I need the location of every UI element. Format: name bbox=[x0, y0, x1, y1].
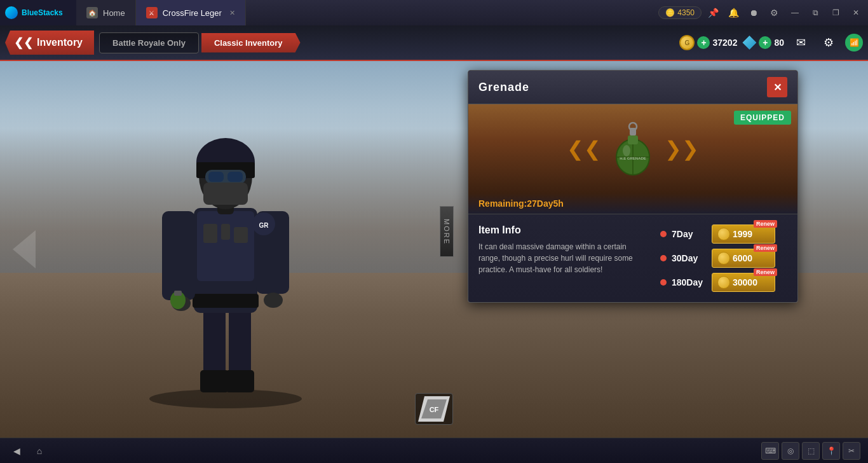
item-info-title: Item Info bbox=[478, 225, 650, 236]
purchase-options: 7Day Renew 1999 30Day Renew 6000 bbox=[660, 225, 787, 292]
taskbar-cut-icon[interactable]: ✂ bbox=[843, 442, 860, 460]
minimize-button[interactable]: — bbox=[785, 3, 804, 22]
item-info-description: It can deal massive damage within a cert… bbox=[478, 241, 650, 275]
item-next-arrow[interactable]: ❯❯ bbox=[665, 137, 699, 161]
battle-royale-tab[interactable]: Battle Royale Only bbox=[99, 32, 199, 53]
duration-label-30day: 30Day bbox=[672, 253, 707, 263]
renew-badge-30day: Renew bbox=[754, 244, 777, 252]
remaining-time: Remaining:27Day5h bbox=[468, 193, 797, 214]
taskbar-camera-icon[interactable]: ◎ bbox=[782, 442, 799, 460]
taskbar-back-button[interactable]: ◀ bbox=[8, 442, 25, 460]
svg-rect-20 bbox=[227, 172, 243, 182]
crossfire-tab-icon: ⚔ bbox=[146, 7, 158, 18]
svg-point-34 bbox=[623, 145, 630, 156]
more-button[interactable]: MORE bbox=[440, 206, 454, 257]
title-bar: BlueStacks 🏠 Home ⚔ CrossFire Leger ✕ 🪙 … bbox=[0, 0, 868, 25]
bluestacks-label: BlueStacks bbox=[22, 8, 63, 17]
gold-coin-icon: G bbox=[679, 35, 695, 50]
item-prev-arrow[interactable]: ❮❮ bbox=[567, 137, 601, 161]
price-coin-icon-180day bbox=[717, 276, 730, 289]
item-detail-panel: Grenade ✕ EQUIPPED ❮❮ bbox=[468, 70, 798, 303]
coin-icon: 🪙 bbox=[665, 8, 675, 17]
purchase-row-7day: 7Day Renew 1999 bbox=[660, 225, 787, 244]
add-gold-button[interactable]: + bbox=[697, 36, 710, 49]
gold-amount: 37202 bbox=[712, 38, 737, 48]
svg-rect-21 bbox=[203, 183, 248, 205]
character-display: GR bbox=[0, 61, 451, 438]
maximize-button[interactable]: ❐ bbox=[826, 3, 845, 22]
top-navigation: ❮❮ Inventory Battle Royale Only Classic … bbox=[0, 25, 868, 61]
svg-rect-6 bbox=[197, 211, 254, 281]
purchase-row-180day: 180Day Renew 30000 bbox=[660, 273, 787, 292]
restore-button[interactable]: ⧉ bbox=[806, 3, 825, 22]
price-coin-icon-7day bbox=[717, 228, 730, 240]
purchase-button-180day[interactable]: Renew 30000 bbox=[712, 273, 775, 292]
svg-rect-3 bbox=[200, 370, 229, 392]
renew-badge-180day: Renew bbox=[754, 268, 777, 276]
panel-title: Grenade bbox=[478, 81, 529, 94]
gold-resource: G + 37202 bbox=[679, 35, 737, 50]
cf-logo-icon: CF bbox=[418, 396, 450, 422]
taskbar-home-button[interactable]: ⌂ bbox=[31, 442, 48, 460]
close-button[interactable]: ✕ bbox=[846, 3, 865, 22]
inventory-label: Inventory bbox=[37, 37, 83, 48]
item-info-section: Item Info It can deal massive damage wit… bbox=[478, 225, 650, 292]
crossfire-logo-button[interactable]: CF bbox=[415, 393, 453, 425]
renew-badge-7day: Renew bbox=[754, 220, 777, 228]
tab-close-icon[interactable]: ✕ bbox=[229, 9, 235, 17]
purchase-button-7day[interactable]: Renew 1999 bbox=[712, 225, 775, 244]
br-tab-label: Battle Royale Only bbox=[112, 38, 186, 48]
game-area: ❮❮ Inventory Battle Royale Only Classic … bbox=[0, 25, 868, 438]
svg-text:GR: GR bbox=[259, 222, 269, 229]
diamond-icon bbox=[742, 36, 756, 50]
price-value-180day: 30000 bbox=[733, 277, 757, 287]
home-tab-label: Home bbox=[103, 8, 125, 18]
coin-balance: 4350 bbox=[677, 8, 695, 17]
tab-home[interactable]: 🏠 Home bbox=[76, 0, 136, 25]
prev-character-button[interactable] bbox=[13, 230, 36, 268]
classic-inventory-tab[interactable]: Classic Inventory bbox=[201, 33, 301, 53]
window-controls: — ⧉ ❐ ✕ bbox=[785, 3, 865, 22]
resource-display: G + 37202 + 80 ✉ ⚙ 📶 bbox=[679, 31, 863, 54]
taskbar: ◀ ⌂ ⌨ ◎ ⬚ 📍 ✂ bbox=[0, 438, 868, 463]
grenade-icon: H.E GRENADE bbox=[607, 120, 658, 177]
titlebar-bell-icon[interactable]: 🔔 bbox=[724, 4, 742, 22]
bluestacks-icon bbox=[5, 6, 18, 19]
price-value-30day: 6000 bbox=[733, 253, 752, 263]
soldier-figure: GR bbox=[105, 87, 346, 411]
settings-icon[interactable]: ⚙ bbox=[817, 31, 840, 54]
tab-crossfire[interactable]: ⚔ CrossFire Leger ✕ bbox=[136, 0, 246, 25]
svg-rect-11 bbox=[174, 291, 182, 296]
price-coin-icon-30day bbox=[717, 252, 730, 265]
svg-rect-26 bbox=[234, 227, 248, 243]
taskbar-fullscreen-icon[interactable]: ⬚ bbox=[802, 442, 820, 460]
coin-display: 🪙 4350 bbox=[658, 6, 702, 19]
inventory-back-button[interactable]: ❮❮ Inventory bbox=[5, 31, 94, 55]
titlebar-pin-icon[interactable]: 📌 bbox=[704, 4, 722, 22]
purchase-button-30day[interactable]: Renew 6000 bbox=[712, 249, 775, 268]
duration-label-180day: 180Day bbox=[672, 277, 707, 287]
titlebar-record-icon[interactable]: ⏺ bbox=[745, 4, 763, 22]
back-arrow-icon: ❮❮ bbox=[14, 36, 33, 50]
add-diamond-button[interactable]: + bbox=[759, 36, 771, 49]
bluestacks-logo: BlueStacks bbox=[0, 0, 76, 25]
taskbar-right-section: ⌨ ◎ ⬚ 📍 ✂ bbox=[761, 442, 860, 460]
duration-label-7day: 7Day bbox=[672, 229, 707, 239]
close-panel-button[interactable]: ✕ bbox=[767, 77, 787, 97]
duration-dot-30day bbox=[660, 255, 667, 261]
svg-rect-8 bbox=[162, 211, 195, 300]
taskbar-keyboard-icon[interactable]: ⌨ bbox=[761, 442, 779, 460]
panel-body: Item Info It can deal massive damage wit… bbox=[468, 214, 797, 302]
grenade-image: H.E GRENADE bbox=[601, 117, 665, 181]
purchase-row-30day: 30Day Renew 6000 bbox=[660, 249, 787, 268]
price-value-7day: 1999 bbox=[733, 229, 752, 239]
svg-rect-31 bbox=[628, 135, 638, 144]
crossfire-tab-label: CrossFire Leger bbox=[163, 8, 222, 18]
taskbar-location-icon[interactable]: 📍 bbox=[822, 442, 840, 460]
taskbar-icon-group: ⌨ ◎ ⬚ 📍 ✂ bbox=[761, 442, 860, 460]
mail-icon[interactable]: ✉ bbox=[789, 31, 812, 54]
duration-dot-7day bbox=[660, 231, 667, 237]
item-display-area: EQUIPPED ❮❮ H. bbox=[468, 104, 797, 193]
titlebar-settings-icon[interactable]: ⚙ bbox=[765, 4, 783, 22]
home-tab-icon: 🏠 bbox=[86, 7, 98, 18]
